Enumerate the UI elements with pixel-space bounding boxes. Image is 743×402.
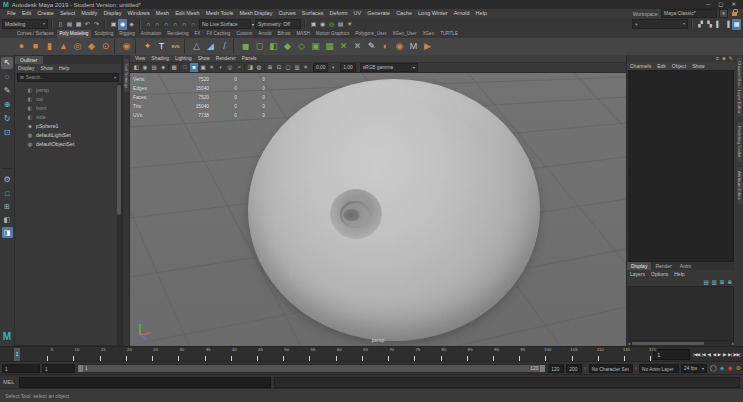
sidebar-vertical-tab[interactable]: Channel Box / Layer Editor xyxy=(737,57,742,117)
open-scene-icon[interactable]: ▤ xyxy=(65,19,74,30)
toggle-channel-box-icon[interactable]: ▦ xyxy=(732,19,741,30)
shelf-tab[interactable]: Poly Modeling xyxy=(57,30,92,38)
poly-cube-icon[interactable]: ■ xyxy=(29,40,42,53)
svg-tool-icon[interactable]: SVG xyxy=(169,40,182,53)
outliner-menu-item[interactable]: Help xyxy=(56,64,72,72)
boolean-union-icon[interactable]: ◼ xyxy=(239,40,252,53)
lock-camera-icon[interactable]: ◉ xyxy=(141,63,149,72)
snap-together-icon[interactable]: ▶ xyxy=(421,40,434,53)
live-surface-icon[interactable]: △ xyxy=(190,40,203,53)
character-set-dropdown[interactable]: No Character Set xyxy=(589,364,633,373)
channel-list-icon[interactable]: ≡ xyxy=(716,55,719,61)
menu-item[interactable]: Cache xyxy=(393,9,415,18)
open-render-view-icon[interactable]: ▣ xyxy=(309,19,318,30)
minimize-button[interactable]: ─ xyxy=(706,0,710,9)
shelf-tab[interactable]: Polygons_User xyxy=(352,30,389,38)
last-tool-slot[interactable]: ⚙ xyxy=(1,174,13,186)
shelf-tab[interactable]: FX Caching xyxy=(203,30,233,38)
field-chart-icon[interactable]: ⊞ xyxy=(266,63,274,72)
select-object-icon[interactable]: ◉ xyxy=(118,19,127,30)
menu-item[interactable]: Deform xyxy=(327,9,351,18)
pin-channel-icon[interactable]: ◈ xyxy=(722,55,726,61)
go-to-start-button[interactable]: |◀◀ xyxy=(693,352,699,357)
layer-editor-tab[interactable]: Display xyxy=(627,262,651,270)
play-forwards-button[interactable]: ▶ xyxy=(718,352,721,357)
symmetry-field[interactable]: Symmetry: Off xyxy=(255,19,301,29)
menu-item[interactable]: Mesh Tools xyxy=(203,9,237,18)
boolean-difference-icon[interactable]: ◻ xyxy=(253,40,266,53)
shaded-icon[interactable]: ■ xyxy=(190,63,198,72)
layout-single-pane[interactable]: □ xyxy=(2,188,13,199)
sidebar-vertical-tab[interactable]: Attribute Editor xyxy=(737,167,742,204)
time-tick[interactable]: 35 xyxy=(179,347,205,362)
channel-box-menu-item[interactable]: Object xyxy=(669,62,689,70)
menu-item[interactable]: Edit Mesh xyxy=(172,9,202,18)
menu-item[interactable]: Modify xyxy=(78,9,100,18)
quad-draw-icon[interactable]: ◢ xyxy=(204,40,217,53)
outliner-item-psphere1[interactable]: ◈ pSphere1 xyxy=(15,121,121,130)
time-tick[interactable]: 40 xyxy=(206,347,232,362)
menu-item[interactable]: Long Winter xyxy=(415,9,451,18)
workspace-value[interactable]: Maya Classic* xyxy=(661,9,717,18)
gamma-value[interactable]: 1.00 xyxy=(340,63,355,72)
viewport-menu-item[interactable]: Show xyxy=(195,55,213,62)
menu-item[interactable]: Generate xyxy=(364,9,393,18)
channel-settings-icon[interactable]: ✎ xyxy=(729,55,733,61)
layer-move-down-icon[interactable]: ▥ xyxy=(712,279,717,285)
command-line-input[interactable] xyxy=(19,377,271,388)
toggle-attribute-editor-icon[interactable]: ▐ xyxy=(723,19,732,30)
menu-item[interactable]: Windows xyxy=(124,9,152,18)
menu-item[interactable]: Select xyxy=(57,9,78,18)
live-surface-field[interactable]: No Live Surface xyxy=(199,19,251,29)
ipr-render-icon[interactable]: ◎ xyxy=(327,19,336,30)
outliner-item-top[interactable]: ◧ top xyxy=(15,94,121,103)
playback-start-field[interactable]: 1 xyxy=(42,364,75,373)
reduce-icon[interactable]: ✕ xyxy=(351,40,364,53)
shelf-tab[interactable]: MASH xyxy=(294,30,313,38)
select-hierarchy-icon[interactable]: ▣ xyxy=(109,19,118,30)
time-tick[interactable]: 120 xyxy=(625,347,651,362)
snap-to-curve-icon[interactable]: ∩ xyxy=(153,19,162,30)
menu-item[interactable]: Display xyxy=(100,9,124,18)
outliner-tab[interactable]: Outliner xyxy=(15,56,43,64)
outliner-menu-item[interactable]: Display xyxy=(15,64,37,72)
layer-editor-menu-item[interactable]: Help xyxy=(671,270,687,278)
boolean-intersection-icon[interactable]: ◧ xyxy=(267,40,280,53)
outliner-search-input[interactable]: ⊞ Search... ▾ xyxy=(17,73,119,82)
viewport-menu-item[interactable]: Panels xyxy=(239,55,260,62)
anim-layer-dropdown[interactable]: No Anim Layer xyxy=(639,364,679,373)
channel-box-list[interactable] xyxy=(628,70,734,262)
smooth-proxy-icon[interactable]: M xyxy=(407,40,420,53)
viewport-menu-item[interactable]: View xyxy=(132,55,148,62)
shelf-tab[interactable]: Motion Graphics xyxy=(313,30,352,38)
layout-two-pane[interactable]: ◧ xyxy=(2,214,13,225)
shelf-tab[interactable]: Curves / Surfaces xyxy=(14,30,57,38)
sweep-mesh-icon[interactable]: ✦ xyxy=(141,40,154,53)
use-all-lights-icon[interactable]: ☀ xyxy=(208,63,216,72)
command-line-label[interactable]: MEL xyxy=(3,379,16,385)
range-start-handle[interactable] xyxy=(78,365,83,372)
isolate-select-icon[interactable]: ◍ xyxy=(255,63,263,72)
shelf-tab[interactable]: XGen_User xyxy=(389,30,419,38)
make-live-icon[interactable]: ∩ xyxy=(189,19,198,30)
gate-mask-icon[interactable]: ▢ xyxy=(284,63,292,72)
time-tick[interactable]: 5 xyxy=(22,347,48,362)
menu-item[interactable]: Curves xyxy=(275,9,298,18)
anim-layer-menu-icon[interactable]: ≡ xyxy=(635,366,637,371)
screen-space-ao-icon[interactable]: ◎ xyxy=(226,63,234,72)
outliner-item-persp[interactable]: ◧ persp xyxy=(15,85,121,94)
time-tick[interactable]: 65 xyxy=(337,347,363,362)
save-scene-icon[interactable]: ▦ xyxy=(74,19,83,30)
camera-attributes-icon[interactable]: ▤ xyxy=(150,63,158,72)
project-curve-icon[interactable]: ◉ xyxy=(393,40,406,53)
rotate-tool[interactable]: ↻ xyxy=(1,113,13,125)
shelf-tab[interactable]: Rendering xyxy=(164,30,191,38)
multi-cut-icon[interactable]: / xyxy=(218,40,231,53)
exposure-icon[interactable]: ☀ xyxy=(302,63,310,72)
bookmark-icon[interactable]: ◈ xyxy=(159,63,167,72)
time-tick[interactable]: 115 xyxy=(599,347,625,362)
colorspace-dropdown[interactable]: sRGB gamma ▾ xyxy=(360,63,418,72)
time-tick[interactable]: 95 xyxy=(494,347,520,362)
shelf-tab[interactable]: Arnold xyxy=(255,30,274,38)
new-empty-layer-icon[interactable]: ⊞ xyxy=(720,279,725,285)
